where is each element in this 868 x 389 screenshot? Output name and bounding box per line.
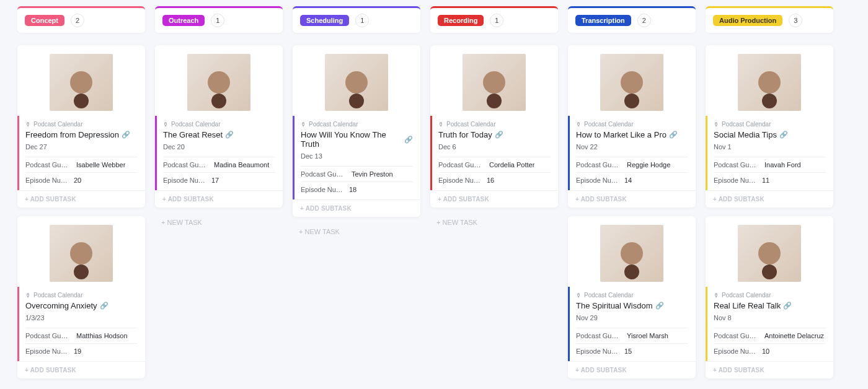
field-row-episode: Episode Nu…11 <box>714 172 826 188</box>
card-title[interactable]: Freedom from Depression🔗 <box>25 130 138 139</box>
new-task-button[interactable]: + NEW TASK <box>430 216 558 232</box>
field-row-guest: Podcast Gue…Isabelle Webber <box>25 157 138 172</box>
field-value: Matthias Hodson <box>76 332 128 339</box>
person-silhouette-icon <box>483 71 505 94</box>
card-title[interactable]: Real Life Real Talk🔗 <box>714 301 826 310</box>
guest-photo <box>600 54 663 111</box>
person-silhouette-icon <box>70 71 92 94</box>
field-value: Antoinette Delacruz <box>764 332 824 339</box>
card-date: Nov 1 <box>714 143 826 151</box>
stage-badge: Recording <box>438 15 484 26</box>
card-title[interactable]: The Spiritual Wisdom🔗 <box>576 301 688 310</box>
field-value: Inavah Ford <box>764 161 801 168</box>
card-thumbnail <box>568 45 696 116</box>
task-card[interactable]: 🎙Podcast CalendarTruth for Today🔗Dec 6Po… <box>430 45 558 208</box>
card-title[interactable]: The Great Reset🔗 <box>163 130 275 139</box>
field-row-guest: Podcast Gue…Inavah Ford <box>714 157 826 172</box>
field-value: 19 <box>74 347 81 355</box>
add-subtask-button[interactable]: + ADD SUBTASK <box>17 361 145 378</box>
card-title[interactable]: How Will You Know The Truth🔗 <box>301 130 413 149</box>
field-label: Podcast Gue… <box>576 332 621 339</box>
field-label: Podcast Gue… <box>163 161 208 168</box>
task-card[interactable]: 🎙Podcast CalendarThe Great Reset🔗Dec 20P… <box>155 45 283 208</box>
new-task-button[interactable]: + NEW TASK <box>155 216 283 232</box>
card-thumbnail <box>17 216 145 287</box>
field-row-guest: Podcast Gue…Matthias Hodson <box>25 328 138 343</box>
column-header[interactable]: Concept2 <box>17 6 145 33</box>
field-row-episode: Episode Nu…16 <box>438 172 551 188</box>
card-date: Nov 29 <box>576 314 688 321</box>
card-title-text: Overcoming Anxiety <box>25 301 97 310</box>
field-row-episode: Episode Nu…10 <box>714 343 826 359</box>
field-row-guest: Podcast Gue…Reggie Hodge <box>576 157 688 172</box>
attachment-icon: 🔗 <box>122 131 130 139</box>
column-header[interactable]: Outreach1 <box>155 6 283 33</box>
field-value: 18 <box>349 186 356 193</box>
card-title[interactable]: Overcoming Anxiety🔗 <box>25 301 138 310</box>
mic-icon: 🎙 <box>576 121 582 128</box>
add-subtask-button[interactable]: + ADD SUBTASK <box>293 199 420 217</box>
field-value: Yisroel Marsh <box>627 332 668 339</box>
field-row-guest: Podcast Gue…Tevin Preston <box>301 166 413 181</box>
task-card[interactable]: 🎙Podcast CalendarHow to Market Like a Pr… <box>568 45 696 208</box>
person-silhouette-icon <box>758 242 781 264</box>
attachment-icon: 🔗 <box>779 131 788 139</box>
task-card[interactable]: 🎙Podcast CalendarReal Life Real Talk🔗Nov… <box>706 216 833 378</box>
field-value: Madina Beaumont <box>214 161 269 168</box>
list-label: 🎙Podcast Calendar <box>714 292 826 299</box>
guest-photo <box>600 225 663 282</box>
field-label: Episode Nu… <box>25 177 68 184</box>
attachment-icon: 🔗 <box>225 131 234 139</box>
list-label-text: Podcast Calendar <box>722 292 771 299</box>
add-subtask-button[interactable]: + ADD SUBTASK <box>430 190 558 208</box>
add-subtask-button[interactable]: + ADD SUBTASK <box>568 190 696 208</box>
card-date: Dec 27 <box>25 143 138 151</box>
list-label: 🎙Podcast Calendar <box>25 292 138 299</box>
column-header[interactable]: Recording1 <box>430 6 558 33</box>
column: Outreach1🎙Podcast CalendarThe Great Rese… <box>155 6 283 232</box>
column-header[interactable]: Audio Production3 <box>706 6 833 33</box>
add-subtask-button[interactable]: + ADD SUBTASK <box>155 190 283 208</box>
card-date: Nov 8 <box>714 314 826 321</box>
column: Audio Production3🎙Podcast CalendarSocial… <box>706 6 833 389</box>
task-card[interactable]: 🎙Podcast CalendarOvercoming Anxiety🔗1/3/… <box>17 216 145 378</box>
card-body: 🎙Podcast CalendarHow to Market Like a Pr… <box>568 116 696 190</box>
task-card[interactable]: 🎙Podcast CalendarHow Will You Know The T… <box>293 45 420 217</box>
field-row-guest: Podcast Gue…Madina Beaumont <box>163 157 275 172</box>
card-body: 🎙Podcast CalendarSocial Media Tips🔗Nov 1… <box>706 116 833 190</box>
card-date: 1/3/23 <box>25 314 138 321</box>
add-subtask-button[interactable]: + ADD SUBTASK <box>17 190 145 208</box>
card-title[interactable]: How to Market Like a Pro🔗 <box>576 130 688 139</box>
column-header[interactable]: Transcription2 <box>568 6 696 33</box>
guest-photo <box>325 54 388 111</box>
field-row-guest: Podcast Gue…Cordelia Potter <box>438 157 551 172</box>
field-value: Tevin Preston <box>352 170 393 178</box>
list-label-text: Podcast Calendar <box>722 121 771 128</box>
mic-icon: 🎙 <box>25 121 31 128</box>
field-value: 17 <box>211 177 219 184</box>
field-label: Podcast Gue… <box>25 161 70 168</box>
column: Scheduling1🎙Podcast CalendarHow Will You… <box>293 6 420 242</box>
card-title-text: Freedom from Depression <box>25 130 119 139</box>
add-subtask-button[interactable]: + ADD SUBTASK <box>568 361 696 378</box>
task-card[interactable]: 🎙Podcast CalendarSocial Media Tips🔗Nov 1… <box>706 45 833 208</box>
add-subtask-button[interactable]: + ADD SUBTASK <box>706 190 833 208</box>
task-card[interactable]: 🎙Podcast CalendarThe Spiritual Wisdom🔗No… <box>568 216 696 378</box>
field-value: Cordelia Potter <box>489 161 534 168</box>
new-task-button[interactable]: + NEW TASK <box>293 225 420 242</box>
column-header[interactable]: Scheduling1 <box>293 6 420 33</box>
field-label: Episode Nu… <box>576 347 618 355</box>
person-silhouette-icon <box>345 71 368 94</box>
mic-icon: 🎙 <box>301 121 306 128</box>
card-title[interactable]: Social Media Tips🔗 <box>714 130 826 139</box>
add-subtask-button[interactable]: + ADD SUBTASK <box>706 361 833 378</box>
field-label: Podcast Gue… <box>714 332 758 339</box>
card-count: 2 <box>71 14 84 27</box>
card-title[interactable]: Truth for Today🔗 <box>438 130 551 139</box>
field-row-guest: Podcast Gue…Antoinette Delacruz <box>714 328 826 343</box>
task-card[interactable]: 🎙Podcast CalendarFreedom from Depression… <box>17 45 145 208</box>
card-count: 2 <box>637 14 651 27</box>
card-thumbnail <box>430 45 558 116</box>
stage-badge: Audio Production <box>713 15 782 26</box>
card-body: 🎙Podcast CalendarFreedom from Depression… <box>17 116 145 190</box>
